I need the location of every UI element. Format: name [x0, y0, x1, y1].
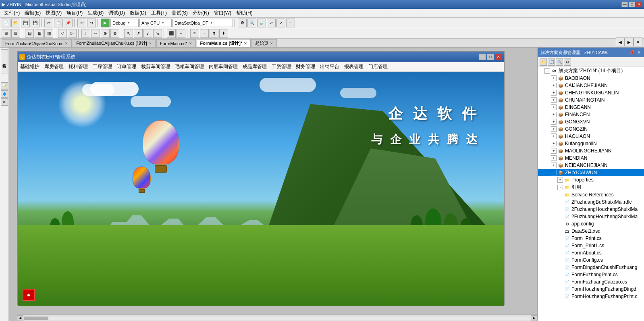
scroll-right-btn[interactable]: ▶ — [531, 315, 537, 321]
child-formfuzhuangcao[interactable]: 📄 FormFuzhuangCaozuo.cs — [538, 278, 644, 286]
project-dropdown[interactable]: DataSetQida_DT ▼ — [172, 19, 233, 27]
tb2-icon11[interactable]: ⊗ — [110, 29, 119, 38]
proj-HAOLIAON[interactable]: + 📦 HAOLIAON — [538, 133, 644, 140]
tb-icon3[interactable]: 📊 — [257, 19, 266, 27]
left-icon4[interactable]: ⚙ — [1, 98, 8, 106]
tab-1[interactable]: FormZhuliaoCAijianChuKu.cs ✕ — [2, 39, 72, 47]
tb-icon2[interactable]: 🔍 — [247, 19, 256, 27]
tb-icon4[interactable]: ↗ — [267, 19, 276, 27]
paste-btn[interactable]: 📌 — [64, 19, 73, 27]
tb2-icon18[interactable]: ≡ — [190, 29, 199, 38]
child-formabout[interactable]: 📄 FormAbout.cs — [538, 249, 644, 256]
child-formfuzhangprint[interactable]: 📄 FormFuzhangPrint.cs — [538, 271, 644, 278]
proj-NEIDANCHEJIANN[interactable]: + 📦 NEIDANCHEJIANN — [538, 162, 644, 169]
form-menu-inner[interactable]: 内胆车间管理 — [209, 63, 238, 70]
proj-CHENGPINKUGUANLIN[interactable]: + 📦 CHENGPINKUGUANLIN — [538, 89, 644, 96]
tab-scroll-left[interactable]: ◀ — [616, 38, 625, 46]
rp-icon1[interactable]: 📁 — [540, 58, 547, 66]
tb2-icon5[interactable]: ▥ — [44, 29, 53, 38]
child-rdlc3[interactable]: 📄 2FuzhuangHouzhengShuixiMa — [538, 213, 644, 220]
form-menu-basics[interactable]: 基础维护 — [20, 63, 39, 70]
minimize-btn[interactable]: — — [621, 2, 628, 7]
menu-file[interactable]: 文件(F) — [2, 9, 22, 17]
form-menu-warehouse[interactable]: 库房管理 — [44, 63, 64, 70]
form-menu-process[interactable]: 工序管理 — [93, 63, 112, 70]
tab-2[interactable]: FormZhuliaoCAijianChuKu.cs [设计] ✕ — [73, 39, 155, 47]
child-service-refs[interactable]: 📁 Service References — [538, 191, 644, 198]
child-formdingdan[interactable]: 📄 FormDingdanChushiFuzhuang — [538, 264, 644, 271]
tab-4[interactable]: FormMain.cs [设计]* ✕ — [197, 39, 251, 47]
tab-1-close[interactable]: ✕ — [65, 42, 68, 46]
form-menu-wage[interactable]: 工资管理 — [272, 63, 291, 70]
menu-data[interactable]: 数据(D) — [127, 9, 149, 17]
save-all-btn[interactable]: 💾 — [31, 19, 39, 27]
tab-3[interactable]: FormMain.cs* ✕ — [156, 39, 196, 47]
panel-pin[interactable]: 📌 — [628, 50, 636, 55]
child-rdlc1[interactable]: 📄 2FuzhuangBuShuixiMai.rdlc — [538, 198, 644, 206]
menu-view[interactable]: 视图(V) — [43, 9, 64, 17]
panel-close[interactable]: ✕ — [636, 50, 642, 55]
rp-icon3[interactable]: 🔍 — [556, 58, 563, 66]
form-minimize[interactable]: — — [479, 54, 486, 60]
form-title-btns[interactable]: — □ ✕ — [479, 54, 502, 60]
form-menu-finance[interactable]: 财务管理 — [296, 63, 315, 70]
child-appconfig[interactable]: ⚙ app.config — [538, 220, 644, 227]
tb2-icon19[interactable]: ⋮ — [200, 29, 209, 38]
scroll-left-btn[interactable]: ◀ — [17, 315, 23, 321]
tb2-icon4[interactable]: ▦ — [35, 29, 44, 38]
tab-3-close[interactable]: ✕ — [189, 42, 192, 46]
child-formhouzhengprint[interactable]: 📄 FormHouzhengFuzhangPrint.c — [538, 293, 644, 300]
expand-baobiaon[interactable]: + — [551, 75, 557, 81]
form-maximize[interactable]: □ — [487, 54, 494, 60]
proj-FINANCEN[interactable]: + 📦 FINANCEN — [538, 111, 644, 118]
tb2-icon9[interactable]: ↔ — [91, 29, 100, 38]
h-scrollbar[interactable]: ◀ ▶ — [17, 315, 537, 321]
proj-BAOBIAON[interactable]: + 📦 BAOBIAON — [538, 75, 644, 82]
root-expand[interactable]: - — [544, 68, 550, 74]
menu-window[interactable]: 窗口(W) — [212, 9, 234, 17]
menu-build[interactable]: 生成(B) — [85, 9, 106, 17]
form-menu-order[interactable]: 订单管理 — [117, 63, 136, 70]
tab-close-all[interactable]: ✕ — [634, 38, 642, 46]
new-btn[interactable]: 📄 — [2, 19, 10, 27]
left-icon3[interactable]: 🔷 — [1, 90, 8, 98]
form-menu-store[interactable]: 门店管理 — [368, 63, 388, 70]
child-yinyong[interactable]: - 📁 引用 — [538, 183, 644, 191]
left-toolbox[interactable]: 工具箱 — [1, 49, 8, 73]
tb-icon6[interactable]: ⋯ — [286, 19, 295, 27]
tb-icon1[interactable]: ⚙ — [238, 19, 247, 27]
form-menu-report[interactable]: 报表管理 — [344, 63, 364, 70]
save-btn[interactable]: 💾 — [21, 19, 30, 27]
tb2-icon17[interactable]: ▪ — [177, 29, 185, 38]
child-dataset[interactable]: 🗃 DataSet1.xsd — [538, 227, 644, 235]
menu-test[interactable]: 测试(S) — [169, 9, 190, 17]
child-formprint1[interactable]: 📄 Form_Print1.cs — [538, 242, 644, 249]
proj-MAOLINGCHEJIANN[interactable]: + 📦 MAOLINGCHEJIANN — [538, 147, 644, 154]
run-btn[interactable]: ▶ — [101, 19, 110, 27]
tb2-icon1[interactable]: ⊞ — [2, 29, 10, 38]
redo-btn[interactable]: ↪ — [87, 19, 96, 27]
tb2-icon6[interactable]: ◁ — [58, 29, 67, 38]
tb2-icon14[interactable]: ↙ — [143, 29, 152, 38]
tb2-icon16[interactable]: ⬛ — [167, 29, 176, 38]
cut-btn[interactable]: ✂ — [44, 19, 53, 27]
child-rdlc2[interactable]: 📄 2FuzhuangHouzhengShuixiMa — [538, 206, 644, 213]
tb2-icon20[interactable]: ⬆ — [210, 29, 218, 38]
undo-btn[interactable]: ↩ — [77, 19, 86, 27]
tb2-icon13[interactable]: ↗ — [134, 29, 143, 38]
proj-CHUNAPINGTAIN[interactable]: + 📦 CHUNAPINGTAIN — [538, 96, 644, 104]
menu-help[interactable]: 帮助(H) — [234, 9, 255, 17]
form-menu-wool[interactable]: 毛领车间管理 — [175, 63, 204, 70]
panel-header-btns[interactable]: 📌 ✕ — [628, 50, 642, 55]
proj-KufangguanliN[interactable]: + 📦 KufangguanliN — [538, 140, 644, 147]
proj-ZHIYICAIWUN[interactable]: - 📦 ZHIYICAIWUN — [538, 169, 644, 176]
child-properties[interactable]: + 📁 Properties — [538, 176, 644, 183]
menu-project[interactable]: 项目(P) — [64, 9, 85, 17]
tb2-icon10[interactable]: ⊕ — [101, 29, 110, 38]
tab-4-close[interactable]: ✕ — [244, 42, 247, 46]
tb-icon5[interactable]: ↙ — [276, 19, 285, 27]
menu-debug[interactable]: 调试(D) — [106, 9, 127, 17]
maximize-btn[interactable]: □ — [629, 2, 635, 7]
tab-2-close[interactable]: ✕ — [149, 42, 152, 46]
tab-5-close[interactable]: ✕ — [270, 42, 273, 46]
